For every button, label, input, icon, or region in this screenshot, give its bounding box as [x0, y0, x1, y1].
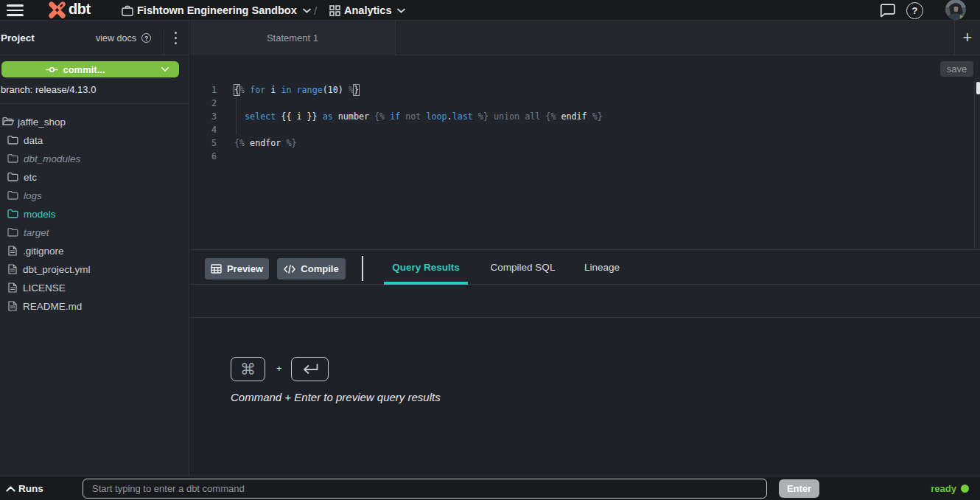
status-dot	[961, 485, 969, 493]
empty-state-caption: Command + Enter to preview query results	[231, 391, 441, 403]
enter-key-icon	[291, 357, 329, 381]
commit-button[interactable]: commit...	[1, 61, 179, 77]
chat-icon[interactable]	[880, 0, 895, 21]
tab-statement-1[interactable]: Statement 1	[190, 21, 396, 55]
bottom-tab-compiled-sql[interactable]: Compiled SQL	[487, 250, 559, 285]
code-line-3: select {{ i }} as number {% if not loop.…	[234, 110, 603, 123]
bottom-tab-query-results[interactable]: Query Results	[349, 250, 503, 285]
tree-item-data[interactable]: data	[0, 131, 189, 150]
add-tab-button[interactable]: +	[954, 21, 980, 55]
folder-icon	[7, 190, 18, 200]
tree-item-etc[interactable]: etc	[0, 168, 189, 187]
runs-label: Runs	[18, 483, 43, 494]
tree-item-dbt-project-yml[interactable]: dbt_project.yml	[0, 260, 189, 279]
results-header-strip	[190, 285, 980, 318]
code-line-1: {% for i in range(10) %}	[234, 83, 359, 97]
briefcase-icon	[122, 5, 133, 16]
sidebar-header-divider	[164, 30, 164, 55]
bottom-panel: Preview Compile Query ResultsCompiled SQ…	[190, 249, 980, 476]
tab-bar: Statement 1 +	[190, 21, 980, 55]
code-editor[interactable]: 123456{% for i in range(10) %} select {{…	[190, 81, 980, 249]
preview-button-label: Preview	[227, 263, 263, 274]
dbt-wordmark: dbt	[69, 1, 91, 18]
tree-item-label: logs	[24, 190, 42, 201]
account-name: Fishtown Engineering Sandbox	[137, 4, 297, 16]
commit-button-label: commit...	[63, 64, 105, 75]
editor-scrollbar-thumb[interactable]	[976, 82, 980, 94]
breadcrumb-separator: /	[314, 0, 317, 21]
branch-label: branch: release/4.13.0	[1, 84, 96, 95]
account-chevron-icon	[303, 8, 311, 13]
project-chevron-icon	[397, 8, 405, 13]
code-line-5: {% endfor %}	[234, 136, 296, 150]
tree-item-logs[interactable]: logs	[0, 187, 189, 205]
tree-item-label: data	[24, 135, 43, 146]
plus-icon: +	[963, 28, 973, 47]
avatar[interactable]	[945, 0, 966, 20]
file-icon	[8, 301, 17, 311]
view-docs-help-icon[interactable]: ?	[141, 33, 151, 43]
tree-item--gitignore[interactable]: .gitignore	[0, 242, 189, 260]
tree-item-label: dbt_modules	[24, 153, 80, 164]
line-number: 4	[190, 123, 217, 136]
editor-scrollbar[interactable]	[974, 81, 980, 249]
command-bar: Runs Enter ready	[0, 476, 980, 500]
tree-item-license[interactable]: LICENSE	[0, 279, 189, 297]
sidebar-header: Project view docs ?	[0, 21, 189, 55]
kebab-menu-icon[interactable]	[172, 31, 181, 46]
help-icon[interactable]: ?	[906, 0, 923, 21]
code-icon	[284, 265, 295, 274]
tree-item-models[interactable]: models	[0, 205, 189, 223]
tree-item-target[interactable]: target	[0, 223, 189, 242]
results-area: ⌘ + Command + Enter to preview query res…	[190, 319, 980, 476]
line-number: 2	[190, 97, 217, 110]
folder-icon	[7, 227, 18, 237]
compile-button-label: Compile	[301, 263, 338, 274]
tree-item-label: models	[24, 209, 56, 220]
tab-label: Statement 1	[267, 32, 318, 44]
tree-item-dbt-modules[interactable]: dbt_modules	[0, 150, 189, 168]
top-bar: dbt Fishtown Engineering Sandbox / Analy…	[0, 0, 980, 21]
commit-chevron-icon[interactable]	[161, 67, 169, 72]
breadcrumb-account[interactable]: Fishtown Engineering Sandbox	[122, 0, 311, 21]
line-number: 6	[190, 150, 217, 163]
runs-toggle[interactable]: Runs	[6, 476, 43, 500]
folder-icon	[2, 117, 15, 126]
project-name: Analytics	[344, 4, 391, 16]
main-area: Statement 1 + save 123456{% for i in ran…	[190, 21, 980, 476]
git-commit-icon	[46, 66, 58, 74]
compile-button[interactable]: Compile	[277, 258, 346, 279]
line-number: 5	[190, 136, 217, 150]
active-tab-underline	[384, 282, 468, 285]
tree-item-readme-md[interactable]: README.md	[0, 297, 189, 316]
tree-item-label: jaffle_shop	[18, 117, 66, 128]
tree-item-label: etc	[24, 172, 37, 183]
command-input[interactable]	[83, 479, 767, 499]
grid-icon	[329, 5, 340, 16]
tree-item-jaffle-shop[interactable]: jaffle_shop	[0, 113, 189, 131]
preview-button[interactable]: Preview	[205, 258, 269, 279]
tree-item-label: LICENSE	[23, 282, 66, 294]
chevron-up-icon	[6, 486, 15, 492]
bottom-tab-lineage[interactable]: Lineage	[581, 250, 623, 285]
hamburger-menu-icon[interactable]	[7, 4, 24, 16]
tree-item-label: .gitignore	[23, 246, 64, 257]
sidebar-divider	[0, 103, 189, 104]
status-label: ready	[931, 483, 956, 494]
status: ready	[931, 476, 969, 500]
dbt-logo-icon[interactable]	[48, 1, 66, 19]
plus-text: +	[276, 363, 282, 374]
save-button[interactable]: save	[940, 61, 973, 77]
folder-icon	[7, 153, 18, 163]
file-tree: jaffle_shopdatadbt_modulesetclogsmodelst…	[0, 113, 189, 316]
folder-icon	[7, 135, 18, 145]
file-icon	[8, 282, 17, 293]
breadcrumb-project[interactable]: Analytics	[329, 0, 405, 21]
view-docs-link[interactable]: view docs	[96, 33, 136, 44]
file-icon	[8, 246, 17, 256]
tree-item-label: target	[24, 227, 49, 238]
tree-item-label: README.md	[23, 301, 82, 312]
line-number: 1	[190, 83, 217, 97]
table-icon	[211, 264, 222, 274]
enter-button[interactable]: Enter	[779, 479, 819, 498]
